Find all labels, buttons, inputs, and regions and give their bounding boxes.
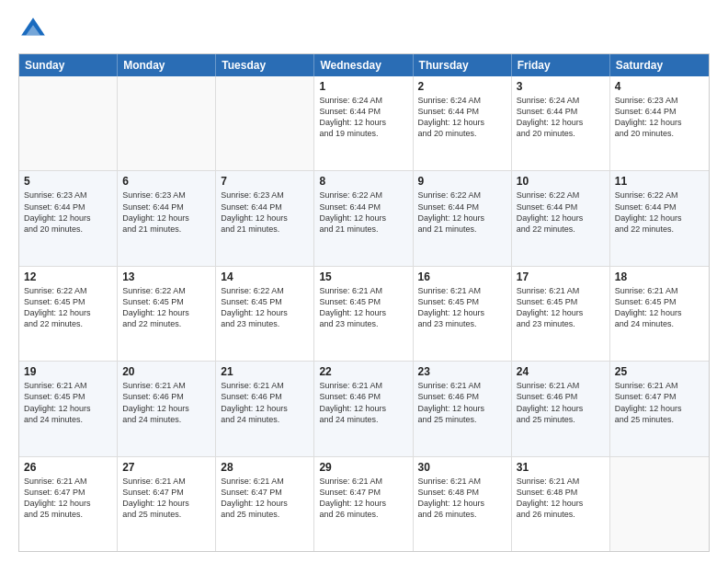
day-cell-28: 28Sunrise: 6:21 AM Sunset: 6:47 PM Dayli… [216,457,314,551]
day-number: 15 [319,270,407,283]
empty-cell [19,76,118,170]
day-cell-6: 6Sunrise: 6:23 AM Sunset: 6:44 PM Daylig… [118,171,216,265]
logo [18,15,51,44]
day-info: Sunrise: 6:22 AM Sunset: 6:44 PM Dayligh… [517,190,605,235]
day-cell-2: 2Sunrise: 6:24 AM Sunset: 6:44 PM Daylig… [414,76,512,170]
header-day-tuesday: Tuesday [216,54,314,76]
day-cell-30: 30Sunrise: 6:21 AM Sunset: 6:48 PM Dayli… [414,457,512,551]
day-cell-27: 27Sunrise: 6:21 AM Sunset: 6:47 PM Dayli… [118,457,216,551]
week-row-5: 26Sunrise: 6:21 AM Sunset: 6:47 PM Dayli… [19,456,709,551]
week-row-4: 19Sunrise: 6:21 AM Sunset: 6:45 PM Dayli… [19,361,709,455]
day-cell-1: 1Sunrise: 6:24 AM Sunset: 6:44 PM Daylig… [314,76,413,170]
day-info: Sunrise: 6:21 AM Sunset: 6:47 PM Dayligh… [615,380,704,425]
week-row-3: 12Sunrise: 6:22 AM Sunset: 6:45 PM Dayli… [19,266,709,361]
header-day-sunday: Sunday [19,54,118,76]
day-number: 14 [221,270,309,283]
empty-cell [216,76,314,170]
day-info: Sunrise: 6:21 AM Sunset: 6:45 PM Dayligh… [517,285,605,330]
logo-icon [18,15,48,44]
day-info: Sunrise: 6:21 AM Sunset: 6:47 PM Dayligh… [221,476,309,521]
day-info: Sunrise: 6:21 AM Sunset: 6:46 PM Dayligh… [221,380,309,425]
page: SundayMondayTuesdayWednesdayThursdayFrid… [0,0,728,563]
day-number: 25 [615,365,704,378]
day-cell-3: 3Sunrise: 6:24 AM Sunset: 6:44 PM Daylig… [512,76,610,170]
day-cell-9: 9Sunrise: 6:22 AM Sunset: 6:44 PM Daylig… [414,171,512,265]
day-info: Sunrise: 6:24 AM Sunset: 6:44 PM Dayligh… [418,95,506,140]
day-number: 5 [24,175,112,188]
day-cell-15: 15Sunrise: 6:21 AM Sunset: 6:45 PM Dayli… [314,267,413,361]
day-cell-7: 7Sunrise: 6:23 AM Sunset: 6:44 PM Daylig… [216,171,314,265]
day-info: Sunrise: 6:24 AM Sunset: 6:44 PM Dayligh… [517,95,605,140]
day-number: 23 [418,365,506,378]
day-number: 17 [517,270,605,283]
day-info: Sunrise: 6:23 AM Sunset: 6:44 PM Dayligh… [221,190,309,235]
day-number: 8 [319,175,407,188]
day-cell-10: 10Sunrise: 6:22 AM Sunset: 6:44 PM Dayli… [512,171,610,265]
day-cell-23: 23Sunrise: 6:21 AM Sunset: 6:46 PM Dayli… [414,362,512,455]
day-info: Sunrise: 6:21 AM Sunset: 6:45 PM Dayligh… [24,380,112,425]
day-number: 2 [418,80,506,93]
day-info: Sunrise: 6:21 AM Sunset: 6:48 PM Dayligh… [517,476,605,521]
day-info: Sunrise: 6:22 AM Sunset: 6:45 PM Dayligh… [122,285,210,330]
day-info: Sunrise: 6:22 AM Sunset: 6:44 PM Dayligh… [319,190,407,235]
header-day-saturday: Saturday [610,54,709,76]
day-cell-17: 17Sunrise: 6:21 AM Sunset: 6:45 PM Dayli… [512,267,610,361]
day-number: 1 [319,80,407,93]
day-number: 4 [615,80,704,93]
day-cell-31: 31Sunrise: 6:21 AM Sunset: 6:48 PM Dayli… [512,457,610,551]
day-info: Sunrise: 6:21 AM Sunset: 6:47 PM Dayligh… [122,476,210,521]
day-number: 29 [319,461,407,474]
day-cell-29: 29Sunrise: 6:21 AM Sunset: 6:47 PM Dayli… [314,457,413,551]
day-number: 20 [122,365,210,378]
header-day-thursday: Thursday [414,54,512,76]
day-info: Sunrise: 6:21 AM Sunset: 6:46 PM Dayligh… [418,380,506,425]
day-info: Sunrise: 6:21 AM Sunset: 6:46 PM Dayligh… [517,380,605,425]
day-cell-26: 26Sunrise: 6:21 AM Sunset: 6:47 PM Dayli… [19,457,118,551]
day-info: Sunrise: 6:22 AM Sunset: 6:45 PM Dayligh… [24,285,112,330]
day-info: Sunrise: 6:22 AM Sunset: 6:45 PM Dayligh… [221,285,309,330]
header-day-monday: Monday [118,54,216,76]
header-day-friday: Friday [512,54,610,76]
day-cell-19: 19Sunrise: 6:21 AM Sunset: 6:45 PM Dayli… [19,362,118,455]
day-cell-4: 4Sunrise: 6:23 AM Sunset: 6:44 PM Daylig… [610,76,709,170]
day-info: Sunrise: 6:23 AM Sunset: 6:44 PM Dayligh… [122,190,210,235]
header-day-wednesday: Wednesday [314,54,413,76]
day-cell-22: 22Sunrise: 6:21 AM Sunset: 6:46 PM Dayli… [314,362,413,455]
day-number: 13 [122,270,210,283]
day-info: Sunrise: 6:21 AM Sunset: 6:45 PM Dayligh… [615,285,704,330]
day-number: 21 [221,365,309,378]
calendar: SundayMondayTuesdayWednesdayThursdayFrid… [18,53,710,552]
day-info: Sunrise: 6:23 AM Sunset: 6:44 PM Dayligh… [24,190,112,235]
day-number: 27 [122,461,210,474]
day-number: 10 [517,175,605,188]
day-cell-21: 21Sunrise: 6:21 AM Sunset: 6:46 PM Dayli… [216,362,314,455]
day-info: Sunrise: 6:21 AM Sunset: 6:45 PM Dayligh… [418,285,506,330]
day-info: Sunrise: 6:21 AM Sunset: 6:47 PM Dayligh… [319,476,407,521]
day-number: 28 [221,461,309,474]
header [18,15,710,44]
day-cell-14: 14Sunrise: 6:22 AM Sunset: 6:45 PM Dayli… [216,267,314,361]
day-cell-24: 24Sunrise: 6:21 AM Sunset: 6:46 PM Dayli… [512,362,610,455]
empty-cell [118,76,216,170]
day-number: 11 [615,175,704,188]
day-number: 31 [517,461,605,474]
day-number: 19 [24,365,112,378]
day-number: 18 [615,270,704,283]
day-number: 3 [517,80,605,93]
day-cell-5: 5Sunrise: 6:23 AM Sunset: 6:44 PM Daylig… [19,171,118,265]
day-info: Sunrise: 6:21 AM Sunset: 6:46 PM Dayligh… [122,380,210,425]
day-number: 16 [418,270,506,283]
day-info: Sunrise: 6:23 AM Sunset: 6:44 PM Dayligh… [615,95,704,140]
day-cell-20: 20Sunrise: 6:21 AM Sunset: 6:46 PM Dayli… [118,362,216,455]
day-info: Sunrise: 6:22 AM Sunset: 6:44 PM Dayligh… [615,190,704,235]
day-cell-13: 13Sunrise: 6:22 AM Sunset: 6:45 PM Dayli… [118,267,216,361]
day-cell-12: 12Sunrise: 6:22 AM Sunset: 6:45 PM Dayli… [19,267,118,361]
day-number: 6 [122,175,210,188]
day-info: Sunrise: 6:21 AM Sunset: 6:45 PM Dayligh… [319,285,407,330]
day-number: 9 [418,175,506,188]
day-info: Sunrise: 6:21 AM Sunset: 6:46 PM Dayligh… [319,380,407,425]
day-number: 7 [221,175,309,188]
week-row-2: 5Sunrise: 6:23 AM Sunset: 6:44 PM Daylig… [19,170,709,265]
day-number: 30 [418,461,506,474]
week-row-1: 1Sunrise: 6:24 AM Sunset: 6:44 PM Daylig… [19,76,709,170]
